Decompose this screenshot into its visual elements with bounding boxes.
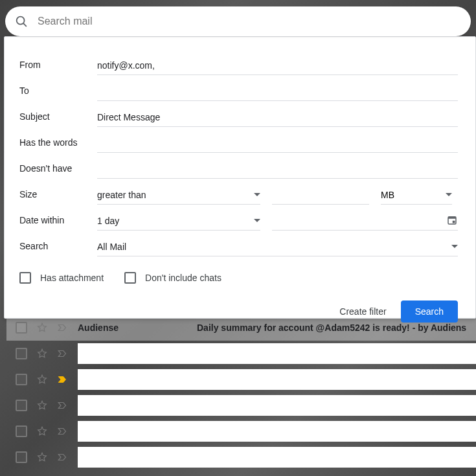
search-button[interactable]: Search [401, 300, 458, 323]
has-attachment-checkbox[interactable] [19, 272, 31, 284]
star-icon[interactable] [36, 400, 48, 411]
chevron-down-icon [254, 219, 260, 223]
star-icon[interactable] [36, 451, 48, 463]
chevron-down-icon [446, 193, 452, 197]
calendar-icon[interactable] [446, 214, 458, 226]
table-row[interactable] [6, 392, 476, 418]
nothave-field[interactable] [97, 162, 458, 179]
importance-icon[interactable] [57, 451, 69, 463]
row-checkbox[interactable] [16, 348, 27, 359]
svg-rect-4 [453, 221, 455, 223]
no-chats-checkbox[interactable] [124, 272, 136, 284]
size-unit-select[interactable]: MB [381, 187, 452, 205]
chevron-down-icon [451, 245, 458, 249]
row-checkbox[interactable] [16, 322, 27, 334]
nothave-label: Doesn't have [19, 163, 97, 179]
date-value-field[interactable] [272, 212, 458, 231]
svg-rect-3 [448, 217, 456, 219]
size-op-select[interactable]: greater than [97, 187, 260, 205]
size-value-field[interactable] [272, 188, 369, 205]
to-label: To [19, 85, 97, 101]
row-checkbox[interactable] [16, 425, 27, 437]
importance-icon-tagged[interactable] [57, 374, 69, 385]
search-icon [14, 14, 28, 28]
search-scope-select[interactable]: All Mail [97, 239, 458, 256]
row-checkbox[interactable] [16, 400, 27, 411]
chevron-down-icon [254, 193, 260, 197]
table-row[interactable] [6, 341, 476, 367]
has-attachment-label: Has attachment [40, 273, 104, 283]
row-checkbox[interactable] [16, 374, 27, 385]
haswords-label: Has the words [19, 137, 97, 153]
importance-icon[interactable] [57, 425, 69, 437]
from-label: From [19, 60, 97, 75]
star-icon[interactable] [36, 348, 48, 359]
star-icon[interactable] [36, 425, 48, 437]
subject-label: Subject [19, 111, 97, 127]
search-bar[interactable] [5, 6, 471, 36]
date-range-select[interactable]: 1 day [97, 213, 260, 231]
importance-icon[interactable] [57, 322, 69, 334]
star-icon[interactable] [36, 322, 48, 334]
no-chats-label: Don't include chats [145, 273, 221, 283]
date-label: Date within [19, 215, 97, 231]
subject-field[interactable]: Direct Message [97, 109, 458, 127]
create-filter-button[interactable]: Create filter [339, 306, 386, 317]
importance-icon[interactable] [57, 348, 69, 359]
haswords-field[interactable] [97, 136, 458, 153]
search-input[interactable] [38, 16, 462, 27]
table-row[interactable] [6, 444, 476, 470]
row-subject: Daily summary for account @Adam5242 is r… [197, 323, 466, 333]
search-form: From notify@x.com, To Subject Direct Mes… [19, 49, 458, 323]
from-field[interactable]: notify@x.com, [97, 58, 458, 75]
row-checkbox[interactable] [16, 451, 27, 463]
search-scope-label: Search [19, 241, 97, 256]
table-row[interactable] [6, 367, 476, 392]
size-label: Size [19, 189, 97, 205]
to-field[interactable] [97, 84, 458, 101]
table-row[interactable] [6, 418, 476, 444]
star-icon[interactable] [36, 374, 48, 385]
importance-icon[interactable] [57, 400, 69, 411]
svg-line-1 [23, 23, 26, 26]
row-sender: Audiense [78, 323, 188, 333]
inbox-list: Audiense Daily summary for account @Adam… [6, 304, 476, 470]
